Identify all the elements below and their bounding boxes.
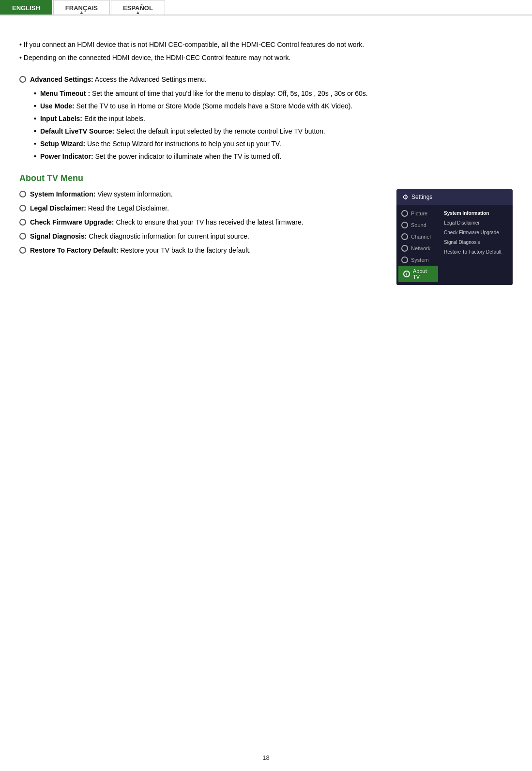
settings-menu-channel[interactable]: Channel (396, 231, 440, 242)
circle-icon-factory (19, 247, 26, 254)
firmware-upgrade-desc: Check to ensure that your TV has receive… (114, 218, 304, 226)
signal-diagnosis-label: Signal Diagnosis: (30, 232, 87, 240)
sub-bullet-power-indicator: Power Indicator: Set the power indicator… (34, 151, 513, 162)
signal-diagnosis-desc: Check diagnostic information for current… (87, 232, 249, 240)
right-item-system-info[interactable]: System Information (444, 209, 509, 218)
livetv-text: Select the default input selected by the… (114, 127, 325, 135)
channel-icon (401, 233, 408, 240)
setup-wizard-text: Use the Setup Wizard for instructions to… (85, 140, 281, 148)
advanced-settings-section: Advanced Settings: Access the Advanced S… (19, 75, 513, 162)
sub-bullet-setup-wizard: Setup Wizard: Use the Setup Wizard for i… (34, 139, 513, 149)
bullet-line-1: • If you connect an HDMI device that is … (19, 40, 513, 50)
sub-bullet-text-4: Default LiveTV Source: Select the defaul… (40, 126, 325, 136)
input-labels-text: Edit the input labels. (82, 115, 145, 122)
circle-icon-system-info (19, 191, 26, 197)
right-item-factory[interactable]: Restore To Factory Default (444, 247, 509, 257)
use-mode-text: Set the TV to use in Home or Store Mode … (75, 102, 353, 110)
network-icon (401, 245, 408, 252)
sub-bullet-text-5: Setup Wizard: Use the Setup Wizard for i… (40, 139, 281, 149)
factory-default-item: Restore To Factory Default: Restore your… (19, 245, 387, 256)
settings-menu-sound[interactable]: Sound (396, 219, 440, 231)
use-mode-label: Use Mode: (40, 102, 75, 110)
settings-panel: ⚙ Settings Picture Sound (396, 189, 513, 285)
advanced-settings-item: Advanced Settings: Access the Advanced S… (19, 75, 513, 85)
channel-label: Channel (411, 234, 431, 240)
sub-bullet-text-2: Use Mode: Set the TV to use in Home or S… (40, 101, 352, 111)
espanol-triangle: ▲ (136, 10, 140, 15)
system-info-label: System Information: (30, 190, 95, 198)
right-item-signal[interactable]: Signal Diagnosis (444, 238, 509, 247)
system-icon (401, 257, 408, 263)
sub-bullet-input-labels: Input Labels: Edit the input labels. (34, 114, 513, 124)
settings-header-label: Settings (411, 194, 432, 200)
sub-bullet-text-1: Menu Timeout : Set the amount of time th… (40, 89, 368, 99)
firmware-upgrade-label: Check Firmware Upgrade: (30, 218, 114, 226)
right-item-firmware[interactable]: Check Firmware Upgrade (444, 228, 509, 238)
setup-wizard-label: Setup Wizard: (40, 140, 85, 148)
about-tv-label: About TV (413, 268, 433, 280)
sub-bullet-text-3: Input Labels: Edit the input labels. (40, 114, 145, 124)
settings-header: ⚙ Settings (396, 189, 513, 205)
sub-bullet-text-6: Power Indicator: Set the power indicator… (40, 151, 281, 162)
legal-disclaimer-label: Legal Disclaimer: (30, 204, 86, 212)
settings-menu-about-tv[interactable]: i About TV (398, 266, 438, 282)
about-tv-title: About TV Menu (19, 173, 513, 183)
input-labels-label: Input Labels: (40, 115, 82, 122)
settings-right-panel: System Information Legal Disclaimer Chec… (440, 205, 513, 285)
about-tv-icon: i (403, 271, 410, 277)
about-tv-body: System Information: View system informat… (19, 189, 513, 285)
sound-icon (401, 222, 408, 228)
legal-disclaimer-item: Legal Disclaimer: Read the Legal Disclai… (19, 203, 387, 213)
advanced-settings-text: Advanced Settings: Access the Advanced S… (30, 75, 207, 85)
circle-icon-advanced (19, 76, 26, 83)
signal-diagnosis-text: Signal Diagnosis: Check diagnostic infor… (30, 231, 249, 242)
circle-icon-signal (19, 233, 26, 240)
lang-tab-francais[interactable]: FRANÇAIS ▲ (53, 0, 110, 15)
factory-default-label: Restore To Factory Default: (30, 246, 119, 254)
settings-left-menu: Picture Sound Channel Network (396, 205, 440, 285)
livetv-label: Default LiveTV Source: (40, 127, 114, 135)
signal-diagnosis-item: Signal Diagnosis: Check diagnostic infor… (19, 231, 387, 242)
menu-timeout-label: Menu Timeout : (40, 90, 90, 97)
picture-icon (401, 210, 408, 217)
factory-default-desc: Restore your TV back to the factory defa… (119, 246, 251, 254)
legal-disclaimer-text: Legal Disclaimer: Read the Legal Disclai… (30, 203, 169, 213)
lang-tab-espanol[interactable]: ESPAÑOL ▲ (111, 0, 165, 15)
about-tv-section: About TV Menu System Information: View s… (19, 173, 513, 285)
lang-tab-english[interactable]: ENGLISH (0, 0, 52, 15)
hdmi-bullet-section: • If you connect an HDMI device that is … (19, 40, 513, 63)
firmware-upgrade-text: Check Firmware Upgrade: Check to ensure … (30, 217, 304, 227)
sound-label: Sound (411, 222, 426, 228)
system-label: System (411, 257, 429, 263)
sub-bullet-livetv: Default LiveTV Source: Select the defaul… (34, 126, 513, 136)
main-content: • If you connect an HDMI device that is … (0, 15, 532, 304)
circle-icon-legal (19, 205, 26, 212)
francais-triangle: ▲ (79, 10, 84, 15)
legal-disclaimer-desc: Read the Legal Disclaimer. (86, 204, 169, 212)
gear-icon: ⚙ (402, 193, 409, 201)
settings-menu-picture[interactable]: Picture (396, 208, 440, 219)
firmware-upgrade-item: Check Firmware Upgrade: Check to ensure … (19, 217, 387, 227)
power-indicator-label: Power Indicator: (40, 152, 93, 160)
lang-label-english: ENGLISH (12, 4, 40, 12)
system-info-text: System Information: View system informat… (30, 189, 173, 199)
settings-body: Picture Sound Channel Network (396, 205, 513, 285)
power-indicator-text: Set the power indicator to illuminate wh… (93, 152, 282, 160)
settings-menu-network[interactable]: Network (396, 242, 440, 254)
settings-menu-system[interactable]: System (396, 254, 440, 266)
page-number: 18 (0, 754, 532, 761)
sub-bullet-use-mode: Use Mode: Set the TV to use in Home or S… (34, 101, 513, 111)
sub-bullet-menu-timeout: Menu Timeout : Set the amount of time th… (34, 89, 513, 99)
circle-icon-firmware (19, 219, 26, 226)
advanced-settings-suffix: Access the Advanced Settings menu. (93, 76, 207, 83)
right-item-legal[interactable]: Legal Disclaimer (444, 218, 509, 228)
advanced-settings-title: Advanced Settings: (30, 76, 93, 83)
picture-label: Picture (411, 211, 427, 216)
language-tabs: ENGLISH FRANÇAIS ▲ ESPAÑOL ▲ (0, 0, 532, 15)
about-tv-text-list: System Information: View system informat… (19, 189, 387, 259)
bullet-line-2: • Depending on the connected HDMI device… (19, 53, 513, 63)
menu-timeout-text: Set the amount of time that you'd like f… (90, 90, 368, 97)
system-info-desc: View system information. (95, 190, 172, 198)
factory-default-text: Restore To Factory Default: Restore your… (30, 245, 251, 256)
system-info-item: System Information: View system informat… (19, 189, 387, 199)
